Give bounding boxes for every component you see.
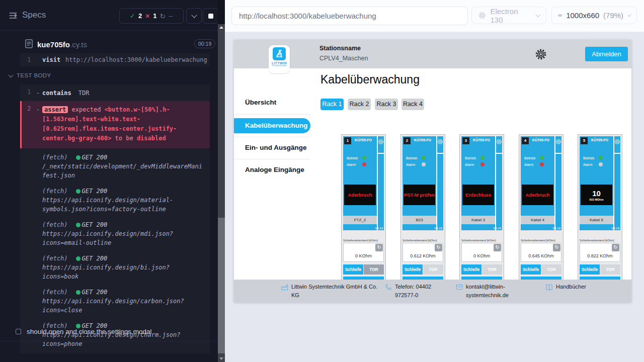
tab-rack-4[interactable]: Rack 4 xyxy=(401,99,424,110)
alarm-label: Alarm xyxy=(347,163,360,166)
card-gear-icon[interactable] xyxy=(378,138,384,144)
display-text: Erdschluss xyxy=(465,192,491,198)
fetch-log-row[interactable]: (fetch)GET 200 /_next/static/development… xyxy=(20,148,210,182)
scrollbar-track[interactable] xyxy=(218,24,225,362)
betrieb-label: Betrieb xyxy=(347,156,360,160)
tdr-button[interactable]: TDR xyxy=(482,264,502,275)
betrieb-led xyxy=(362,156,366,160)
spec-file-name: kue705fo.cy.ts xyxy=(37,40,87,49)
fetch-url: https://api.iconify.design/mdi.json?icon… xyxy=(42,229,205,247)
scrollbar-thumb[interactable] xyxy=(218,218,225,353)
loop-resistance-value: 0.645 KOhm xyxy=(521,253,561,258)
divider xyxy=(378,153,384,154)
card-gear-icon[interactable] xyxy=(496,138,502,144)
alarm-led xyxy=(422,162,426,166)
scroll-up-arrow[interactable] xyxy=(219,26,223,29)
status-ok-dot xyxy=(76,256,80,261)
device-front: 3 KÜ705-FO Betrieb Alarm Erdschluss Kabe xyxy=(461,136,502,230)
betrieb-label: Betrieb xyxy=(465,156,478,160)
loop-resistance-label: Schleifenwiderstand [kOhm] xyxy=(461,239,496,242)
fetch-log-row[interactable]: (fetch)GET 200 https://api.iconify.desig… xyxy=(20,249,210,283)
tdr-button[interactable]: TDR xyxy=(364,264,384,275)
refresh-icon[interactable]: ↻ xyxy=(375,244,383,251)
loop-resistance-box: ↻ 0.822 KOhm xyxy=(580,243,620,262)
fetch-tag: (fetch) xyxy=(42,255,68,262)
nav-item-uebersicht[interactable]: Übersicht xyxy=(234,95,310,110)
refresh-icon[interactable]: ↻ xyxy=(553,244,560,251)
card-model-label: KÜ705-FO xyxy=(587,138,612,142)
logo-icon xyxy=(273,47,286,60)
fetch-log-row[interactable]: (fetch)GET 200 https://api.iconify.desig… xyxy=(20,182,210,216)
fetch-url: /_next/static/development/_devMiddleware… xyxy=(42,162,205,180)
tdr-button[interactable]: TDR xyxy=(541,264,561,275)
pending-test-row[interactable]: should open and close the settings modal xyxy=(0,326,218,339)
app-footer: Littwin Systemtechnik GmbH & Co. KG Tele… xyxy=(234,280,631,302)
schleife-button[interactable]: Schleife xyxy=(521,264,541,275)
nav-item-analoge-eingaenge[interactable]: Analoge Eingänge xyxy=(234,162,310,177)
passed-count: 2 xyxy=(138,12,142,20)
footer-email-text: kontakt@littwin-systemtechnik.de xyxy=(466,283,516,299)
schleife-button[interactable]: Schleife xyxy=(403,264,423,275)
test-body-label: TEST BODY xyxy=(17,72,51,78)
betrieb-led-row: Betrieb xyxy=(347,156,366,160)
browser-selector[interactable]: Electron 130 xyxy=(471,7,546,24)
spec-file-row[interactable]: kue705fo.cy.ts 00:19 xyxy=(0,37,218,54)
betrieb-led-row: Betrieb xyxy=(583,156,603,160)
refresh-icon[interactable]: ↻ xyxy=(435,244,442,251)
alarm-label: Alarm xyxy=(406,163,419,166)
cable-name-label: FTZ_2 xyxy=(343,216,377,224)
failed-assert-row[interactable]: 2 -assert expected <button.w-[50%].h-[1.… xyxy=(20,101,210,148)
nav-item-ein-und-ausgaenge[interactable]: Ein- und Ausgänge xyxy=(234,140,310,155)
station-name: CPLV4_Maschen xyxy=(319,55,368,62)
page-title: Kabelüberwachung xyxy=(320,73,420,86)
collapse-all-button[interactable] xyxy=(186,8,202,24)
spec-extension: .cy.ts xyxy=(70,40,87,49)
tab-rack-1[interactable]: Rack 1 xyxy=(320,99,344,110)
specs-list-icon[interactable] xyxy=(8,11,18,21)
visit-command-row[interactable]: 1 visit http://localhost:3000/kabelueber… xyxy=(20,53,210,66)
fetch-log-row[interactable]: (fetch)GET 200 https://api.iconify.desig… xyxy=(20,216,210,249)
assert-badge: assert xyxy=(42,106,68,113)
address-bar[interactable] xyxy=(231,7,468,25)
command-arg: TDR xyxy=(78,89,90,97)
reporter-scrollbar[interactable] xyxy=(218,0,225,362)
tdr-button[interactable]: TDR xyxy=(600,264,620,275)
divider xyxy=(377,136,378,230)
logout-button[interactable]: Abmelden xyxy=(585,47,628,61)
schleife-button[interactable]: Schleife xyxy=(580,264,600,275)
card-gear-icon[interactable] xyxy=(614,138,620,144)
betrieb-led xyxy=(422,156,426,160)
tab-rack-2[interactable]: Rack 2 xyxy=(348,99,371,110)
refresh-icon[interactable]: ↻ xyxy=(612,244,619,251)
test-body-toggle[interactable]: TEST BODY xyxy=(9,72,51,78)
spec-duration-badge: 00:19 xyxy=(194,39,215,48)
chevron-down-icon xyxy=(9,72,14,77)
footer-phone: Telefon: 04402 972577-0 xyxy=(385,283,451,299)
footer-manuals-link[interactable]: Handbücher xyxy=(545,283,586,294)
schleife-button[interactable]: Schleife xyxy=(343,264,363,275)
viewport-selector[interactable]: 1000x660 (79%) xyxy=(551,7,637,24)
fetch-status: GET 200 xyxy=(76,289,108,296)
scroll-down-arrow[interactable] xyxy=(219,357,223,360)
tdr-button[interactable]: TDR xyxy=(423,264,443,275)
footer-company: Littwin Systemtechnik GmbH & Co. KG xyxy=(281,283,381,299)
card-number-badge: 5 xyxy=(581,137,588,144)
loop-resistance-box: ↻ 0.645 KOhm xyxy=(521,243,561,262)
nav-item-kabelueberwachung[interactable]: Kabelüberwachung xyxy=(234,118,310,133)
refresh-icon[interactable]: ↻ xyxy=(494,244,501,251)
assert-expected-word: expected xyxy=(72,106,101,113)
contains-command-row[interactable]: 1 -containsTDR xyxy=(20,85,210,101)
fetch-log-row[interactable]: (fetch)GET 200 https://api.iconify.desig… xyxy=(20,283,210,317)
card-gear-icon[interactable] xyxy=(437,138,443,144)
stop-run-button[interactable] xyxy=(203,8,218,24)
app-sidebar-nav: Übersicht Kabelüberwachung Ein- und Ausg… xyxy=(234,68,311,280)
alarm-led xyxy=(362,162,366,166)
card-gear-icon[interactable] xyxy=(555,138,561,144)
loop-resistance-box: ↻ 0 KOhm xyxy=(343,243,384,262)
url-input[interactable] xyxy=(232,12,467,20)
tab-rack-3[interactable]: Rack 3 xyxy=(375,99,398,110)
betrieb-led-row: Betrieb xyxy=(524,156,544,160)
schleife-button[interactable]: Schleife xyxy=(461,264,481,275)
divider xyxy=(234,137,310,137)
settings-gear-icon[interactable] xyxy=(534,48,547,61)
